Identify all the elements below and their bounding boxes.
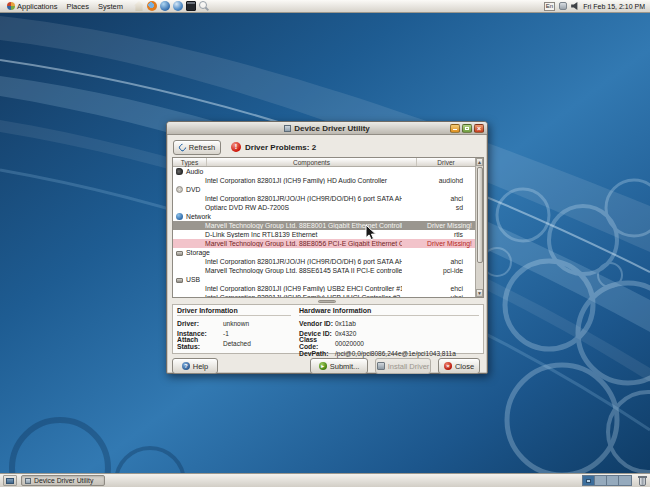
component-name: Intel Corporation 82801JI (ICH9 Family) … <box>173 294 402 297</box>
component-name: Marvell Technology Group Ltd. 88E8056 PC… <box>173 240 402 247</box>
audio-category-icon <box>176 168 183 175</box>
device-row[interactable]: Marvell Technology Group Ltd. 88E8001 Gi… <box>173 221 483 230</box>
category-row-audio[interactable]: Audio <box>173 167 483 176</box>
field-label: Vendor ID: <box>299 320 335 327</box>
help-label: Help <box>193 362 208 371</box>
minimize-button[interactable] <box>450 124 460 133</box>
driver-name: ahci <box>402 258 474 265</box>
device-row[interactable]: Intel Corporation 82801JR/JO/JH (ICH9R/D… <box>173 257 483 266</box>
scrollbar-thumb[interactable] <box>477 167 483 263</box>
device-row[interactable]: Intel Corporation 82801JI (ICH9 Family) … <box>173 176 483 185</box>
scroll-up-button[interactable]: ▲ <box>476 158 483 166</box>
device-row[interactable]: Intel Corporation 82801JR/JO/JH (ICH9R/D… <box>173 194 483 203</box>
install-driver-label: Install Driver <box>388 362 430 371</box>
taskbar-window-button[interactable]: Device Driver Utility <box>21 475 105 486</box>
device-row[interactable]: Optiarc DVD RW AD-7200Ssd <box>173 203 483 212</box>
device-row[interactable]: Marvell Technology Group Ltd. 88E8056 PC… <box>173 239 483 248</box>
device-row[interactable]: D-Link System Inc RTL8139 Ethernetrtls <box>173 230 483 239</box>
top-panel: Applications Places System En Fri Feb 15… <box>0 0 650 13</box>
search-icon[interactable] <box>199 1 209 11</box>
mouse-cursor <box>365 224 377 241</box>
driver-name: ahci <box>402 195 474 202</box>
device-row[interactable]: Intel Corporation 82801JI (ICH9 Family) … <box>173 293 483 297</box>
close-window-button[interactable] <box>474 124 484 133</box>
category-row-network[interactable]: Network <box>173 212 483 221</box>
volume-icon[interactable] <box>571 2 579 10</box>
column-header-components[interactable]: Components <box>207 158 417 166</box>
keyboard-layout-indicator[interactable]: En <box>544 2 555 11</box>
package-manager-icon[interactable] <box>173 1 183 11</box>
storage-category-icon <box>176 251 183 256</box>
workspace-2[interactable] <box>595 476 607 485</box>
component-name: Intel Corporation 82801JR/JO/JH (ICH9R/D… <box>173 258 402 265</box>
workspace-4[interactable] <box>619 476 631 485</box>
refresh-label: Refresh <box>189 143 215 152</box>
device-table: Types Components Driver AudioIntel Corpo… <box>172 157 484 298</box>
firefox-icon[interactable] <box>147 1 157 11</box>
category-label: DVD <box>186 186 200 193</box>
category-row-usb[interactable]: USB <box>173 275 483 284</box>
menu-applications[interactable]: Applications <box>3 0 61 12</box>
trash-icon[interactable] <box>638 475 647 486</box>
thunderbird-icon[interactable] <box>160 1 170 11</box>
field-label: Attach Status: <box>177 336 223 350</box>
install-driver-button[interactable]: Install Driver <box>375 358 431 374</box>
notification-tray-icon[interactable] <box>559 2 567 10</box>
device-table-body: AudioIntel Corporation 82801JI (ICH9 Fam… <box>173 167 483 297</box>
driver-problems-status: Driver Problems: 2 <box>231 142 316 152</box>
component-name: Intel Corporation 82801JI (ICH9 Family) … <box>173 285 402 292</box>
category-label: Storage <box>186 249 210 256</box>
task-window-icon <box>25 478 31 484</box>
distro-logo-icon <box>7 2 15 10</box>
maximize-button[interactable] <box>462 124 472 133</box>
help-button[interactable]: Help <box>172 358 218 374</box>
error-icon <box>231 142 241 152</box>
menu-places-label: Places <box>66 2 89 11</box>
menu-places[interactable]: Places <box>62 0 93 12</box>
close-button[interactable]: Close <box>438 358 480 374</box>
device-row[interactable]: Marvell Technology Group Ltd. 88SE6145 S… <box>173 266 483 275</box>
show-desktop-button[interactable] <box>3 475 17 486</box>
field-value: 0x11ab <box>335 320 356 327</box>
window-title: Device Driver Utility <box>294 124 370 133</box>
category-label: USB <box>186 276 200 283</box>
driver-name: Driver Missing! <box>402 240 474 247</box>
network-category-icon <box>176 213 183 220</box>
terminal-icon[interactable] <box>186 1 196 11</box>
help-icon <box>182 362 190 370</box>
field-label: DevPath: <box>299 350 335 357</box>
category-row-dvd[interactable]: DVD <box>173 185 483 194</box>
field-value: /pci@0,0/pci8086,244e@1e/pci1043,811a <box>335 350 456 357</box>
hardware-information-fields: Vendor ID:0x11abDevice ID:0x4320Class Co… <box>299 318 483 358</box>
refresh-button[interactable]: Refresh <box>173 140 221 155</box>
vertical-scrollbar[interactable]: ▲ ▼ <box>475 158 483 297</box>
info-field-row: Vendor ID:0x11ab <box>299 318 483 328</box>
clock[interactable]: Fri Feb 15, 2:10 PM <box>583 3 645 10</box>
dvd-category-icon <box>176 186 183 193</box>
submit-label: Submit... <box>330 362 360 371</box>
menu-system[interactable]: System <box>94 0 127 12</box>
window-titlebar[interactable]: Device Driver Utility <box>167 122 487 135</box>
scroll-down-button[interactable]: ▼ <box>476 289 483 297</box>
usb-category-icon <box>176 278 183 283</box>
info-panel: Driver Information Driver:unknownInstanc… <box>172 304 484 354</box>
table-header: Types Components Driver <box>173 158 483 167</box>
submit-icon <box>319 362 327 370</box>
panel-tray: En Fri Feb 15, 2:10 PM <box>544 2 647 11</box>
pane-splitter[interactable] <box>172 299 482 303</box>
component-name: Intel Corporation 82801JR/JO/JH (ICH9R/D… <box>173 195 402 202</box>
refresh-icon <box>177 142 187 152</box>
field-label: Class Code: <box>299 336 335 350</box>
workspace-1[interactable] <box>583 476 595 485</box>
workspace-3[interactable] <box>607 476 619 485</box>
category-row-storage[interactable]: Storage <box>173 248 483 257</box>
field-value: Detached <box>223 340 251 347</box>
column-header-driver[interactable]: Driver <box>417 158 475 166</box>
home-icon[interactable] <box>134 1 144 11</box>
submit-button[interactable]: Submit... <box>310 358 368 374</box>
info-field-row: Attach Status:Detached <box>177 338 295 348</box>
driver-name: rtls <box>402 231 474 238</box>
close-label: Close <box>455 362 474 371</box>
column-header-types[interactable]: Types <box>173 158 207 166</box>
device-row[interactable]: Intel Corporation 82801JI (ICH9 Family) … <box>173 284 483 293</box>
